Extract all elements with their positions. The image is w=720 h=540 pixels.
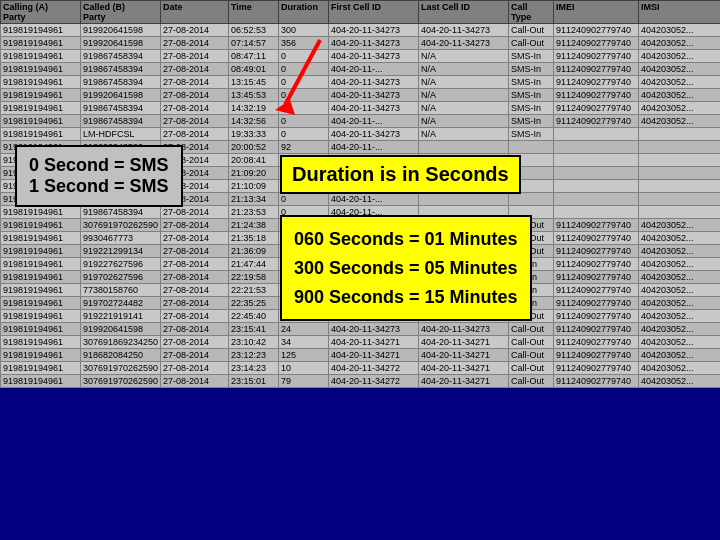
table-row: 91981919496191986745839427-08-201414:32:… [1,102,721,115]
table-cell: 404-20-11-... [329,63,419,76]
table-cell: 919819194961 [1,375,81,388]
table-cell: 27-08-2014 [161,323,229,336]
table-cell: SMS-In [509,115,554,128]
table-cell: 404-20-11-34272 [329,362,419,375]
table-cell: 919819194961 [1,128,81,141]
table-cell: 919819194961 [1,24,81,37]
col-header-call-type: CallType [509,1,554,24]
table-cell: 404203052... [639,232,721,245]
sms-line2: 1 Second = SMS [29,176,169,197]
table-cell: 22:45:40 [229,310,279,323]
table-row: 91981919496191992064159827-08-201413:45:… [1,89,721,102]
table-cell: 404-20-11-34273 [329,128,419,141]
duration-label-overlay: Duration is in Seconds [280,155,521,194]
table-cell: 919819194961 [1,232,81,245]
table-cell: 21:13:34 [229,193,279,206]
table-cell: 404203052... [639,76,721,89]
table-row: 91981919496191992064159827-08-201407:14:… [1,37,721,50]
table-cell: 919819194961 [1,258,81,271]
table-cell: 911240902779740 [554,349,639,362]
table-cell: 27-08-2014 [161,115,229,128]
table-cell: SMS-In [509,89,554,102]
table-cell: 24 [279,323,329,336]
table-cell: 404203052... [639,258,721,271]
table-cell: 0 [279,128,329,141]
table-cell: 27-08-2014 [161,349,229,362]
table-cell: Call-Out [509,362,554,375]
table-cell: SMS-In [509,128,554,141]
table-cell: 404203052... [639,89,721,102]
table-cell [554,206,639,219]
table-cell: 404203052... [639,24,721,37]
table-cell: Call-Out [509,336,554,349]
table-cell: 919702724482 [81,297,161,310]
table-cell: Call-Out [509,349,554,362]
table-cell: 404-20-11-34273 [419,24,509,37]
table-cell: 307691970262590 [81,362,161,375]
table-cell: 919819194961 [1,297,81,310]
table-cell: 404-20-11-... [329,193,419,206]
col-header-calling: Calling (A)Party [1,1,81,24]
table-cell [639,141,721,154]
table-cell: 404203052... [639,362,721,375]
table-row: 91981919496130769186923425027-08-201423:… [1,336,721,349]
table-cell: SMS-In [509,102,554,115]
table-cell: 404203052... [639,115,721,128]
table-cell: 919221919141 [81,310,161,323]
table-cell: 404203052... [639,336,721,349]
table-cell: 404-20-11-34273 [329,89,419,102]
table-cell: 21:10:09 [229,180,279,193]
table-cell: 404203052... [639,271,721,284]
table-cell: 911240902779740 [554,232,639,245]
table-cell: 404-20-11-34273 [329,323,419,336]
table-cell: 22:35:25 [229,297,279,310]
table-cell: 404-20-11-34273 [329,50,419,63]
table-cell: 919867458394 [81,206,161,219]
table-cell: 919920641598 [81,37,161,50]
table-cell: 911240902779740 [554,271,639,284]
table-cell: 919819194961 [1,50,81,63]
table-cell: 404203052... [639,284,721,297]
table-cell: 404-20-11-34272 [329,375,419,388]
table-cell: 919819194961 [1,245,81,258]
table-cell: 9930467773 [81,232,161,245]
table-cell: 404203052... [639,245,721,258]
seconds-overlay: 060 Seconds = 01 Minutes 300 Seconds = 0… [280,215,532,321]
col-header-time: Time [229,1,279,24]
table-cell: 79 [279,375,329,388]
table-cell: 27-08-2014 [161,336,229,349]
red-arrow-icon [270,35,330,115]
table-row: 91981919496191986745839427-08-201408:47:… [1,50,721,63]
table-cell: 27-08-2014 [161,258,229,271]
table-cell: 911240902779740 [554,323,639,336]
table-cell: 21:36:09 [229,245,279,258]
table-cell: 919867458394 [81,115,161,128]
table-cell [554,180,639,193]
table-cell: 92 [279,141,329,154]
table-row: 91981919496191986745839427-08-201413:15:… [1,76,721,89]
table-row: 91981919496130769197026259027-08-201423:… [1,362,721,375]
table-cell: 911240902779740 [554,76,639,89]
table-cell: 21:35:18 [229,232,279,245]
seconds-line1: 060 Seconds = 01 Minutes [294,225,518,254]
sms-label-overlay: 0 Second = SMS 1 Second = SMS [15,145,183,207]
table-cell: 911240902779740 [554,24,639,37]
table-cell: 21:24:38 [229,219,279,232]
table-cell: 27-08-2014 [161,128,229,141]
table-cell: SMS-In [509,76,554,89]
table-cell: 911240902779740 [554,336,639,349]
table-cell: 27-08-2014 [161,232,229,245]
table-cell [639,154,721,167]
table-cell: N/A [419,128,509,141]
table-cell: 0 [279,115,329,128]
table-cell: 911240902779740 [554,115,639,128]
table-cell: 27-08-2014 [161,310,229,323]
table-cell: 404-20-11-... [329,115,419,128]
table-cell: Call-Out [509,323,554,336]
table-cell: 911240902779740 [554,219,639,232]
table-cell: 0 [279,193,329,206]
table-cell: 404-20-11-34271 [329,336,419,349]
table-cell: 23:10:42 [229,336,279,349]
table-cell: 27-08-2014 [161,284,229,297]
table-cell: 21:47:44 [229,258,279,271]
